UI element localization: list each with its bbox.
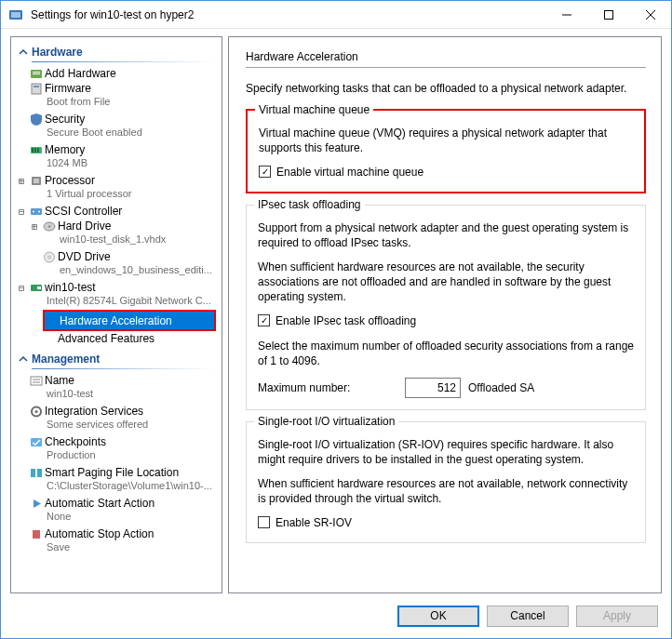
processor-icon <box>28 174 45 187</box>
settings-window: Settings for win10-test on hyper2 Hardwa… <box>0 0 672 639</box>
svg-rect-17 <box>31 208 42 215</box>
content-panel: Hardware Acceleration Specify networking… <box>228 36 662 593</box>
tree-hard-drive[interactable]: ⊞Hard Drive <box>13 219 220 233</box>
ipsec-desc1: Support from a physical network adapter … <box>258 220 634 250</box>
tree-dvd[interactable]: DVD Drive <box>13 249 220 264</box>
sriov-desc2: When sufficient hardware resources are n… <box>258 476 634 506</box>
sriov-desc1: Single-root I/O virtualization (SR-IOV) … <box>258 437 634 467</box>
tree-scsi[interactable]: ⊟SCSI Controller <box>13 204 220 219</box>
svg-rect-10 <box>34 86 39 87</box>
apply-button[interactable]: Apply <box>576 606 658 627</box>
tree-integration-sub: Some services offered <box>13 419 220 432</box>
tree-auto-stop[interactable]: Automatic Stop Action <box>13 526 220 541</box>
name-icon <box>28 374 45 387</box>
ipsec-max-input[interactable]: 512 <box>405 378 461 398</box>
svg-rect-16 <box>34 179 39 183</box>
svg-rect-32 <box>31 469 35 477</box>
tree-dvd-sub: en_windows_10_business_editi... <box>13 264 220 277</box>
svg-rect-13 <box>34 148 36 153</box>
tree-adv-features[interactable]: Advanced Features <box>13 331 220 346</box>
tree-nic[interactable]: ⊟win10-test <box>13 280 220 295</box>
collapse-icon[interactable]: ⊟ <box>15 283 28 293</box>
tree-add-hardware[interactable]: Add Hardware <box>13 66 220 81</box>
section-hardware[interactable]: Hardware <box>13 43 220 61</box>
tree-auto-start-sub: None <box>13 511 220 524</box>
cancel-button[interactable]: Cancel <box>487 606 569 627</box>
tree-security-sub: Secure Boot enabled <box>13 126 220 140</box>
ipsec-checkbox-row[interactable]: ✓ Enable IPsec task offloading <box>258 314 634 327</box>
close-button[interactable] <box>629 1 671 29</box>
minimize-button[interactable] <box>545 1 587 29</box>
page-intro: Specify networking tasks that can be off… <box>246 81 646 96</box>
svg-point-21 <box>48 225 50 227</box>
svg-rect-9 <box>32 84 41 94</box>
shield-icon <box>28 113 45 126</box>
navigation-tree[interactable]: Hardware Add Hardware Firmware Boot from… <box>10 36 222 593</box>
tree-memory[interactable]: Memory <box>13 142 220 157</box>
section-management[interactable]: Management <box>13 350 220 368</box>
tree-name-sub: win10-test <box>13 388 220 401</box>
svg-rect-26 <box>31 377 42 385</box>
group-vmq-legend: Virtual machine queue <box>255 103 373 116</box>
checkbox-checked-icon[interactable]: ✓ <box>258 314 270 326</box>
svg-rect-1 <box>11 12 20 18</box>
tree-processor-sub: 1 Virtual processor <box>13 188 220 201</box>
ipsec-max-label: Maximum number: <box>258 381 397 394</box>
vmq-checkbox-row[interactable]: ✓ Enable virtual machine queue <box>259 166 633 179</box>
tree-integration[interactable]: Integration Services <box>13 404 220 419</box>
ipsec-desc3: Select the maximum number of offloaded s… <box>258 339 634 368</box>
ipsec-desc2: When sufficient hardware resources are n… <box>258 260 634 305</box>
tree-checkpoints[interactable]: Checkpoints <box>13 434 220 449</box>
chevron-up-icon <box>17 353 30 366</box>
tree-nic-sub: Intel(R) 82574L Gigabit Network C... <box>13 295 220 308</box>
svg-rect-31 <box>31 438 42 446</box>
group-sriov: Single-root I/O virtualization Single-ro… <box>246 421 646 543</box>
tree-hard-drive-sub: win10-test_disk_1.vhdx <box>13 233 220 246</box>
svg-rect-33 <box>37 469 42 477</box>
vmq-checkbox-label: Enable virtual machine queue <box>276 166 423 179</box>
tree-auto-start[interactable]: Automatic Start Action <box>13 496 220 511</box>
tree-checkpoints-sub: Production <box>13 449 220 462</box>
group-ipsec-legend: IPsec task offloading <box>254 198 365 211</box>
network-adapter-icon <box>28 281 45 294</box>
tree-firmware[interactable]: Firmware <box>13 81 220 96</box>
services-icon <box>28 405 45 418</box>
checkbox-checked-icon[interactable]: ✓ <box>259 166 271 178</box>
svg-rect-7 <box>33 72 40 73</box>
svg-rect-3 <box>604 10 612 19</box>
tree-paging-sub: C:\ClusterStorage\Volume1\win10-... <box>13 480 220 493</box>
svg-point-18 <box>33 211 34 213</box>
chevron-up-icon <box>17 46 30 59</box>
collapse-icon[interactable]: ⊟ <box>15 206 28 217</box>
tree-paging[interactable]: Smart Paging File Location <box>13 465 220 480</box>
svg-point-19 <box>38 211 40 213</box>
sriov-checkbox-row[interactable]: Enable SR-IOV <box>258 516 634 529</box>
tree-processor[interactable]: ⊞Processor <box>13 173 220 188</box>
ipsec-checkbox-label: Enable IPsec task offloading <box>276 314 416 327</box>
group-ipsec: IPsec task offloading Support from a phy… <box>246 205 646 410</box>
app-icon <box>8 7 23 22</box>
disk-icon <box>41 220 58 233</box>
memory-icon <box>28 143 45 156</box>
svg-rect-35 <box>33 530 40 539</box>
svg-point-30 <box>35 410 38 413</box>
checkbox-unchecked-icon[interactable] <box>258 516 270 528</box>
expand-icon[interactable]: ⊞ <box>28 221 41 232</box>
vmq-desc: Virtual machine queue (VMQ) requires a p… <box>259 126 633 155</box>
tree-hw-accel[interactable]: Hardware Acceleration <box>45 312 214 329</box>
paging-icon <box>28 466 45 479</box>
tree-name[interactable]: Name <box>13 373 220 388</box>
expand-icon[interactable]: ⊞ <box>15 176 28 186</box>
page-title: Hardware Acceleration <box>246 50 646 63</box>
svg-point-23 <box>48 256 51 259</box>
sriov-checkbox-label: Enable SR-IOV <box>276 516 352 529</box>
tree-security[interactable]: Security <box>13 112 220 126</box>
ok-button[interactable]: OK <box>397 606 479 627</box>
group-sriov-legend: Single-root I/O virtualization <box>254 415 398 428</box>
svg-rect-25 <box>37 286 41 289</box>
firmware-icon <box>28 82 45 95</box>
window-title: Settings for win10-test on hyper2 <box>31 8 545 21</box>
maximize-button[interactable] <box>587 1 629 29</box>
svg-rect-8 <box>33 73 40 74</box>
ipsec-max-suffix: Offloaded SA <box>468 381 534 394</box>
